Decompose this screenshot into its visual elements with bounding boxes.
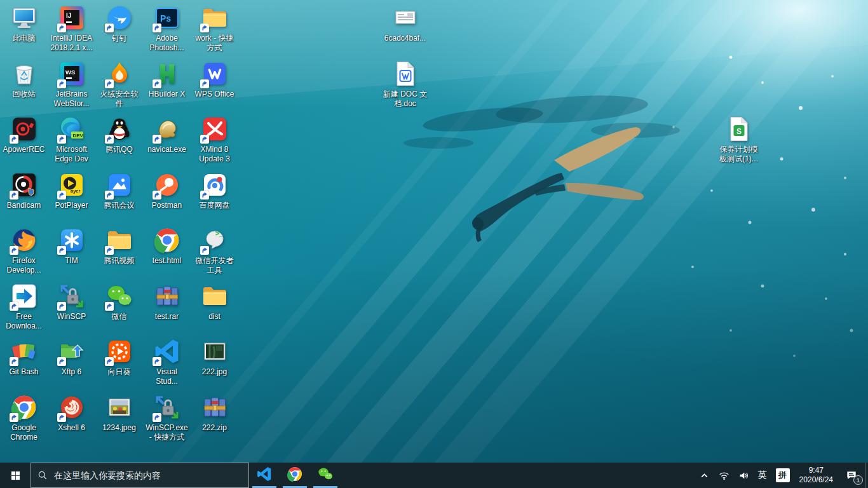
taskbar-clock[interactable]: 9:47 2020/6/24 bbox=[794, 466, 838, 485]
desktop-icon-git-bash[interactable]: Git Bash bbox=[0, 337, 48, 377]
desktop-icon-tencent-video[interactable]: 腾讯视频 bbox=[95, 226, 143, 266]
desktop-icon-maintenance-plan-template[interactable]: S保养计划模 板测试(1)... bbox=[715, 115, 763, 164]
shortcut-arrow-overlay-icon bbox=[57, 191, 66, 200]
desktop-icon-baidu-netdisk[interactable]: 百度网盘 bbox=[191, 171, 238, 210]
desktop-icon-label: 火绒安全软 件 bbox=[100, 90, 139, 109]
clock-time: 9:47 bbox=[809, 466, 824, 475]
taskbar-search-box[interactable] bbox=[31, 463, 249, 488]
desktop-icon-apowerrec[interactable]: ApowerREC bbox=[0, 115, 48, 154]
desktop-icon-tencent-meeting[interactable]: 腾讯会议 bbox=[95, 171, 143, 210]
desktop-icon-intellij-idea[interactable]: IJIntelliJ IDEA 2018.2.1 x... bbox=[48, 4, 95, 53]
taskbar: 英 拼 9:47 2020/6/24 1 bbox=[0, 463, 868, 488]
desktop-icon-tim[interactable]: TIM bbox=[48, 226, 95, 266]
desktop-icon-dingtalk[interactable]: 钉钉 bbox=[95, 4, 143, 43]
wxdev-icon: >_ bbox=[201, 226, 229, 254]
desktop-icon-huorong-security[interactable]: 火绒安全软 件 bbox=[95, 60, 143, 109]
desktop-icon-1234-jpeg[interactable]: 1234.jpeg bbox=[95, 393, 143, 433]
desktop-icon-label: 保养计划模 板测试(1)... bbox=[719, 145, 758, 164]
wifi-indicator[interactable] bbox=[714, 463, 734, 488]
notification-badge: 1 bbox=[853, 475, 863, 485]
shortcut-arrow-overlay-icon bbox=[105, 24, 114, 32]
desktop-icon-label: test.rar bbox=[155, 312, 179, 322]
desktop-icon-winscp[interactable]: WinSCP bbox=[48, 282, 95, 322]
desktop-icon-work-folder-shortcut[interactable]: work - 快捷 方式 bbox=[191, 4, 238, 53]
hidden-icons-chevron[interactable] bbox=[695, 463, 714, 488]
desktop-icon-jetbrains-webstorm[interactable]: WSJetBrains WebStor... bbox=[48, 60, 95, 109]
shortcut-arrow-overlay-icon bbox=[57, 413, 66, 422]
pc-icon bbox=[10, 4, 38, 32]
taskbar-app-chrome[interactable] bbox=[280, 463, 310, 488]
desktop-icon-this-pc[interactable]: 此电脑 bbox=[0, 4, 48, 43]
xshell-icon bbox=[58, 393, 86, 421]
desktop-icon-microsoft-edge-dev[interactable]: DEVMicrosoft Edge Dev bbox=[48, 115, 95, 164]
desktop-icon-dist-folder[interactable]: dist bbox=[191, 282, 238, 322]
desktop: 此电脑回收站ApowerRECBandicamFirefox Develop..… bbox=[0, 0, 868, 463]
webstorm-icon: WS bbox=[58, 60, 86, 88]
desktop-icon-label: navicat.exe bbox=[147, 145, 186, 154]
desktop-icon-adobe-photoshop[interactable]: PsAdobe Photosh... bbox=[143, 4, 191, 53]
desktop-icon-222-jpg[interactable]: 222.jpg bbox=[191, 337, 238, 377]
desktop-icon-label: PotPlayer bbox=[55, 201, 88, 210]
desktop-icon-navicat[interactable]: navicat.exe bbox=[143, 115, 191, 154]
desktop-icon-winscp-exe-shortcut[interactable]: WinSCP.exe - 快捷方式 bbox=[143, 393, 191, 442]
shortcut-arrow-overlay-icon bbox=[57, 79, 66, 88]
desktop-icon-potplayer[interactable]: ayerPotPlayer bbox=[48, 171, 95, 210]
desktop-icon-tencent-qq[interactable]: 腾讯QQ bbox=[95, 115, 143, 154]
desktop-icon-firefox-developer[interactable]: Firefox Develop... bbox=[0, 226, 48, 275]
vscode-icon bbox=[153, 337, 181, 365]
volume-indicator[interactable] bbox=[734, 463, 754, 488]
shortcut-arrow-overlay-icon bbox=[105, 79, 114, 88]
start-button[interactable] bbox=[0, 463, 31, 488]
desktop-icon-google-chrome[interactable]: Google Chrome bbox=[0, 393, 48, 442]
search-input[interactable] bbox=[54, 470, 242, 480]
desktop-icon-wps-office[interactable]: WPS Office bbox=[191, 60, 238, 99]
desktop-icon-6cadc4baf-image[interactable]: 6cadc4baf... bbox=[381, 4, 429, 43]
taskbar-app-vscode[interactable] bbox=[249, 463, 280, 488]
desktop-icon-xftp-6[interactable]: Xftp 6 bbox=[48, 337, 95, 377]
desktop-icon-new-doc-document[interactable]: 新建 DOC 文 档.doc bbox=[381, 60, 429, 109]
desktop-icon-label: test.html bbox=[153, 256, 181, 266]
shortcut-arrow-overlay-icon bbox=[105, 246, 114, 255]
desktop-icon-bandicam[interactable]: Bandicam bbox=[0, 171, 48, 210]
shortcut-arrow-overlay-icon bbox=[10, 135, 18, 144]
desktop-icon-label: XMind 8 Update 3 bbox=[199, 145, 230, 164]
desktop-icon-visual-studio-code[interactable]: Visual Stud... bbox=[143, 337, 191, 386]
wechat-icon bbox=[105, 282, 133, 310]
ime-indicator[interactable]: 拼 bbox=[771, 463, 794, 488]
desktop-icon-test-html[interactable]: test.html bbox=[143, 226, 191, 266]
desktop-icon-222-zip[interactable]: 222.zip bbox=[191, 393, 238, 433]
desktop-icon-label: Git Bash bbox=[9, 367, 38, 377]
desktop-icon-sunflower-remote[interactable]: 向日葵 bbox=[95, 337, 143, 377]
svg-text:S: S bbox=[736, 127, 742, 136]
taskbar-app-wechat[interactable] bbox=[310, 463, 341, 488]
shortcut-arrow-overlay-icon bbox=[57, 135, 66, 144]
chrome-icon bbox=[287, 466, 303, 485]
desktop-icon-wechat[interactable]: 微信 bbox=[95, 282, 143, 322]
action-center-button[interactable]: 1 bbox=[838, 463, 865, 488]
desktop-icon-label: Xshell 6 bbox=[58, 423, 85, 433]
desktop-icon-wechat-devtools[interactable]: >_微信开发者 工具 bbox=[191, 226, 238, 275]
vscode-icon bbox=[256, 466, 273, 485]
bandicam-icon bbox=[10, 171, 38, 199]
desktop-icon-postman[interactable]: Postman bbox=[143, 171, 191, 210]
desktop-icon-xmind-8[interactable]: XMind 8 Update 3 bbox=[191, 115, 238, 164]
shortcut-arrow-overlay-icon bbox=[105, 302, 114, 311]
potplayer-icon: ayer bbox=[58, 171, 86, 199]
desktop-icon-hbuilder-x[interactable]: HBuilder X bbox=[143, 60, 191, 99]
desktop-icon-recycle-bin[interactable]: 回收站 bbox=[0, 60, 48, 99]
apowerrec-icon bbox=[10, 115, 38, 143]
desktop-icon-label: Google Chrome bbox=[10, 423, 37, 442]
photo2-icon bbox=[105, 393, 133, 421]
shortcut-arrow-overlay-icon bbox=[105, 135, 114, 144]
desktop-icon-test-rar[interactable]: test.rar bbox=[143, 282, 191, 322]
language-indicator[interactable]: 英 bbox=[754, 463, 771, 488]
svg-text:WS: WS bbox=[65, 68, 75, 75]
chrome-icon bbox=[153, 226, 181, 254]
svg-text:DEV: DEV bbox=[72, 133, 83, 139]
sunflower-icon bbox=[105, 337, 133, 365]
shortcut-arrow-overlay-icon bbox=[105, 357, 114, 366]
desktop-icon-free-download-manager[interactable]: Free Downloa... bbox=[0, 282, 48, 331]
show-desktop-button[interactable] bbox=[865, 463, 868, 488]
shortcut-arrow-overlay-icon bbox=[10, 413, 18, 422]
desktop-icon-xshell-6[interactable]: Xshell 6 bbox=[48, 393, 95, 433]
